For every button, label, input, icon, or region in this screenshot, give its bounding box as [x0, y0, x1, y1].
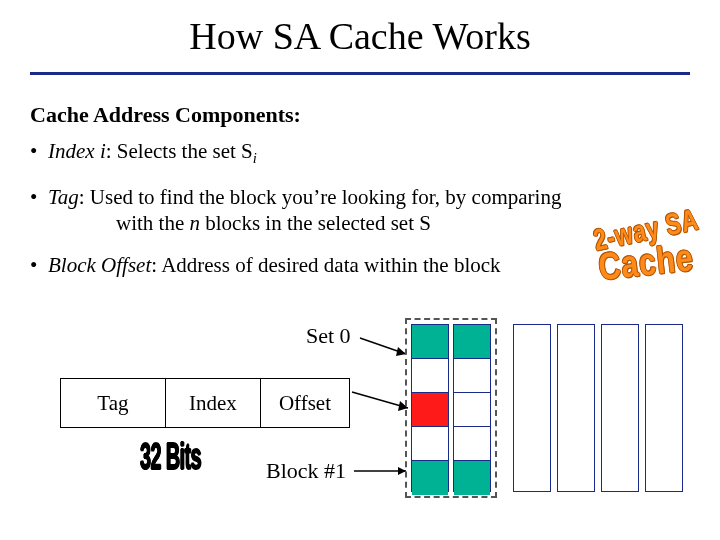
- cache-col: [513, 324, 551, 492]
- bullet-em-n: n: [190, 211, 201, 235]
- bullet-index: Index i: Selects the set Si: [30, 138, 690, 168]
- cache-col: [645, 324, 683, 492]
- cache-way-0: [411, 324, 449, 492]
- label-set0: Set 0: [306, 323, 351, 349]
- bullet-text: : Selects the set S: [106, 139, 253, 163]
- label-block1: Block #1: [266, 458, 346, 484]
- subscript-i: i: [253, 150, 257, 166]
- bullet-tag: Tag: Used to find the block you’re looki…: [30, 184, 690, 237]
- block-cell: [454, 393, 490, 427]
- bullet-term: Block Offset: [48, 253, 151, 277]
- cache-way-1: [453, 324, 491, 492]
- block-way1-row0: [454, 325, 490, 359]
- cache-col: [557, 324, 595, 492]
- cache-col: [601, 324, 639, 492]
- block-way0-row4: [412, 461, 448, 495]
- bullet-list: Index i: Selects the set Si Tag: Used to…: [30, 138, 690, 294]
- wordart-32bits: 32 Bits: [140, 436, 201, 478]
- slide: How SA Cache Works Cache Address Compone…: [0, 0, 720, 540]
- bullet-text: : Used to find the block you’re looking …: [79, 185, 562, 209]
- bullet-term: Tag: [48, 185, 79, 209]
- bullet-term: Index i: [48, 139, 106, 163]
- field-index: Index: [165, 379, 260, 428]
- block-cell: [454, 427, 490, 461]
- block-way0-row2: [412, 393, 448, 427]
- field-offset: Offset: [260, 379, 349, 428]
- slide-title: How SA Cache Works: [0, 14, 720, 58]
- bullet-text: with the: [116, 211, 190, 235]
- bullet-text: blocks in the selected set S: [200, 211, 431, 235]
- bullet-offset: Block Offset: Address of desired data wi…: [30, 252, 690, 278]
- title-rule: [30, 72, 690, 75]
- block-cell: [412, 427, 448, 461]
- block-way0-row0: [412, 325, 448, 359]
- block-cell: [412, 359, 448, 393]
- cache-diagram: [405, 318, 695, 498]
- bullet-wrap: with the n blocks in the selected set S: [48, 210, 690, 236]
- field-tag: Tag: [61, 379, 166, 428]
- address-fields-table: Tag Index Offset: [60, 378, 350, 428]
- section-heading: Cache Address Components:: [30, 102, 301, 128]
- bullet-text: : Address of desired data within the blo…: [151, 253, 500, 277]
- block-cell: [454, 359, 490, 393]
- block-way1-row4: [454, 461, 490, 495]
